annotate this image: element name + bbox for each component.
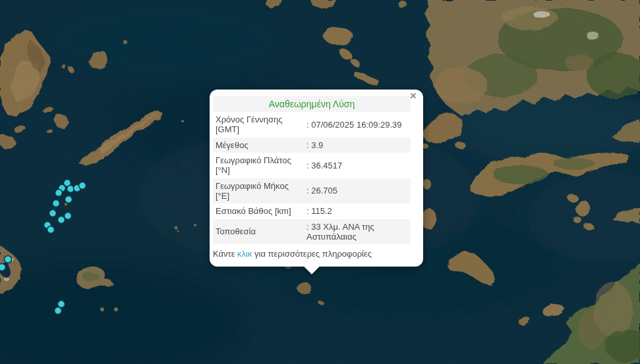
row-value: : 07/06/2025 16:09:29.39 bbox=[304, 112, 411, 138]
row-value: : 36.4517 bbox=[304, 153, 411, 178]
close-icon[interactable]: × bbox=[407, 90, 419, 102]
quake-dot[interactable] bbox=[58, 217, 65, 224]
table-row: Μέγεθος : 3.9 bbox=[213, 138, 411, 153]
quake-dot[interactable] bbox=[47, 226, 55, 234]
table-row: Γεωγραφικό Μήκος [°E] : 26.705 bbox=[213, 178, 411, 204]
row-value: : 26.705 bbox=[304, 178, 411, 204]
quake-dot[interactable] bbox=[65, 213, 72, 220]
table-row: Γεωγραφικό Πλάτος [°N] : 36.4517 bbox=[213, 153, 411, 178]
earthquake-info-table: Χρόνος Γέννησης [GMT] : 07/06/2025 16:09… bbox=[213, 112, 411, 244]
earthquake-info-popup: × Αναθεωρημένη Λύση Χρόνος Γέννησης [GMT… bbox=[210, 90, 423, 267]
table-row: Χρόνος Γέννησης [GMT] : 07/06/2025 16:09… bbox=[213, 112, 411, 138]
quake-dot[interactable] bbox=[79, 182, 86, 190]
quake-dot[interactable] bbox=[58, 301, 65, 308]
quake-dot[interactable] bbox=[65, 196, 73, 203]
footer-prefix: Κάντε bbox=[213, 249, 237, 259]
table-row: Τοποθεσία : 33 Χλμ. ΑΝΑ της Αστυπάλαιας bbox=[213, 219, 411, 245]
quake-dot[interactable] bbox=[53, 200, 60, 207]
table-row: Εστιακό Βάθος [km] : 115.2 bbox=[213, 203, 411, 219]
quake-dot[interactable] bbox=[0, 264, 6, 271]
quake-dot[interactable] bbox=[55, 307, 62, 315]
row-label: Γεωγραφικό Πλάτος [°N] bbox=[213, 153, 304, 178]
row-label: Τοποθεσία bbox=[213, 219, 304, 245]
quake-dot[interactable] bbox=[5, 256, 12, 263]
popup-title: Αναθεωρημένη Λύση bbox=[213, 96, 411, 112]
row-label: Γεωγραφικό Μήκος [°E] bbox=[213, 178, 304, 204]
more-info-link[interactable]: κλικ bbox=[237, 249, 252, 259]
row-value: : 3.9 bbox=[304, 138, 411, 153]
quake-dot[interactable] bbox=[55, 190, 63, 197]
row-label: Μέγεθος bbox=[213, 138, 304, 153]
popup-content: Αναθεωρημένη Λύση Χρόνος Γέννησης [GMT] … bbox=[210, 90, 423, 267]
row-label: Εστιακό Βάθος [km] bbox=[213, 203, 304, 219]
row-value: : 33 Χλμ. ΑΝΑ της Αστυπάλαιας bbox=[304, 219, 411, 245]
row-value: : 115.2 bbox=[304, 203, 411, 219]
quake-dot[interactable] bbox=[49, 210, 57, 217]
row-label: Χρόνος Γέννησης [GMT] bbox=[213, 112, 304, 138]
map-application-window: × Αναθεωρημένη Λύση Χρόνος Γέννησης [GMT… bbox=[0, 0, 640, 364]
